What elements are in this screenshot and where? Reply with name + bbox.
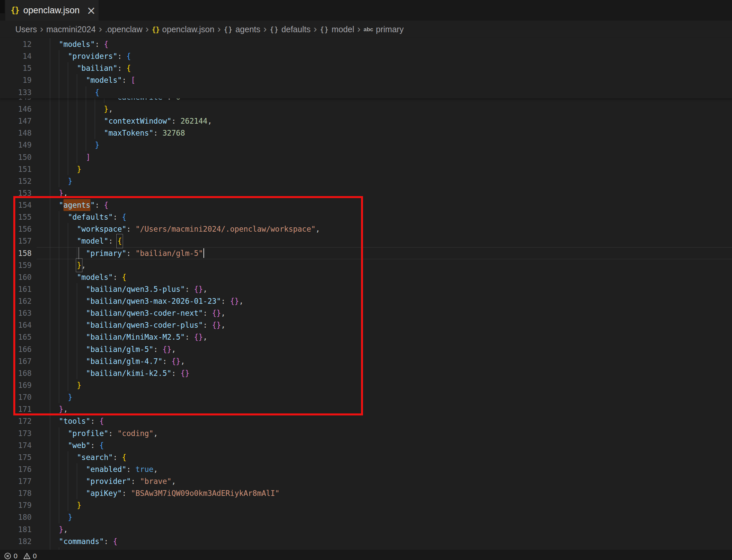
code-line-12[interactable]: 12"models": { <box>0 38 732 50</box>
code-line-151[interactable]: 151} <box>0 163 732 175</box>
code-line-177[interactable]: 177"provider": "brave", <box>0 475 732 487</box>
line-content: "maxTokens": 32768 <box>50 127 185 139</box>
code-line-163[interactable]: 163"bailian/qwen3-coder-next": {}, <box>0 307 732 319</box>
code-line-15[interactable]: 15"bailian": { <box>0 62 732 74</box>
line-content: } <box>50 391 72 403</box>
object-symbol-icon: {} <box>224 26 233 34</box>
code-line-153[interactable]: 153}, <box>0 187 732 199</box>
code-line-157[interactable]: 157"model": { <box>0 235 732 247</box>
json-file-icon: {} <box>11 6 19 15</box>
line-content: "enabled": true, <box>50 463 158 475</box>
line-number: 173 <box>0 427 32 439</box>
code-line-178[interactable]: 178"apiKey": "BSAw3M7iQW09o0km3AdERiykAr… <box>0 487 732 499</box>
breadcrumb-item-agents[interactable]: {}agents <box>224 25 260 34</box>
line-number: 147 <box>0 115 32 127</box>
code-line-14[interactable]: 14"providers": { <box>0 50 732 62</box>
code-line-168[interactable]: 168"bailian/kimi-k2.5": {} <box>0 367 732 379</box>
code-line-179[interactable]: 179} <box>0 499 732 511</box>
code-line-145[interactable]: 145"cacheWrite": 0 <box>0 98 732 103</box>
breadcrumb-separator-icon: › <box>96 23 105 35</box>
line-content: }, <box>50 259 86 271</box>
breadcrumb-separator-icon: › <box>214 23 224 35</box>
code-line-154[interactable]: 154"agents": { <box>0 199 732 211</box>
code-line-149[interactable]: 149} <box>0 139 732 151</box>
code-line-180[interactable]: 180} <box>0 511 732 523</box>
code-line-166[interactable]: 166"bailian/glm-5": {}, <box>0 343 732 355</box>
code-line-155[interactable]: 155"defaults": { <box>0 211 732 223</box>
breadcrumb-label: primary <box>376 25 404 34</box>
code-line-19[interactable]: 19"models": [ <box>0 74 732 86</box>
line-number: 150 <box>0 151 32 163</box>
tab-openclaw-json[interactable]: {} openclaw.json × <box>5 0 99 21</box>
code-line-174[interactable]: 174"web": { <box>0 439 732 451</box>
code-line-156[interactable]: 156"workspace": "/Users/macmini2024/.ope… <box>0 223 732 235</box>
breadcrumb-item-macmini2024[interactable]: macmini2024 <box>46 25 96 34</box>
code-line-165[interactable]: 165"bailian/MiniMax-M2.5": {}, <box>0 331 732 343</box>
breadcrumb-item-model[interactable]: {}model <box>320 25 354 34</box>
line-number: 175 <box>0 451 32 463</box>
code-line-167[interactable]: 167"bailian/glm-4.7": {}, <box>0 355 732 367</box>
line-content: "bailian/qwen3-max-2026-01-23": {}, <box>50 295 244 307</box>
breadcrumb-item-openclaw-json[interactable]: {}openclaw.json <box>152 25 214 34</box>
status-bar[interactable]: 0 0 <box>0 550 732 560</box>
code-line-152[interactable]: 152} <box>0 175 732 187</box>
line-number: 163 <box>0 307 32 319</box>
line-content: "agents": { <box>50 199 108 211</box>
breadcrumb-item-primary[interactable]: abcprimary <box>364 25 404 34</box>
line-content: "bailian/glm-4.7": {}, <box>50 355 185 367</box>
line-content: "commands": { <box>50 535 117 547</box>
code-line-176[interactable]: 176"enabled": true, <box>0 463 732 475</box>
abc-symbol-icon: abc <box>364 26 373 33</box>
breadcrumb-item--openclaw[interactable]: .openclaw <box>105 25 143 34</box>
line-content: "model": { <box>50 235 122 247</box>
code-line-172[interactable]: 172"tools": { <box>0 415 732 427</box>
code-line-161[interactable]: 161"bailian/qwen3.5-plus": {}, <box>0 283 732 295</box>
code-line-181[interactable]: 181}, <box>0 523 732 535</box>
code-editor[interactable]: 146},147"contextWindow": 262144,148"maxT… <box>0 38 732 560</box>
line-number: 162 <box>0 295 32 307</box>
line-number: 145 <box>0 98 32 103</box>
code-line-169[interactable]: 169} <box>0 379 732 391</box>
code-line-146[interactable]: 146}, <box>0 103 732 115</box>
line-content: }, <box>50 187 68 199</box>
breadcrumb-item-defaults[interactable]: {}defaults <box>270 25 310 34</box>
code-line-133[interactable]: 133{ <box>0 86 732 98</box>
breadcrumb-label: openclaw.json <box>162 25 214 34</box>
code-line-159[interactable]: 159}, <box>0 259 732 271</box>
line-content: } <box>50 163 81 175</box>
line-number: 148 <box>0 127 32 139</box>
code-line-160[interactable]: 160"models": { <box>0 271 732 283</box>
code-line-175[interactable]: 175"search": { <box>0 451 732 463</box>
code-line-170[interactable]: 170} <box>0 391 732 403</box>
code-line-148[interactable]: 148"maxTokens": 32768 <box>0 127 732 139</box>
code-line-150[interactable]: 150] <box>0 151 732 163</box>
line-content: }, <box>50 523 68 535</box>
line-number: 159 <box>0 259 32 271</box>
sticky-scroll[interactable]: 12"models": {14"providers": {15"bailian"… <box>0 38 732 98</box>
code-line-164[interactable]: 164"bailian/qwen3-coder-plus": {}, <box>0 319 732 331</box>
line-content: }, <box>50 403 68 415</box>
errors-icon <box>4 552 11 560</box>
breadcrumb-separator-icon: › <box>260 23 270 35</box>
code-line-158[interactable]: 158"primary": "bailian/glm-5" <box>0 247 732 259</box>
code-line-162[interactable]: 162"bailian/qwen3-max-2026-01-23": {}, <box>0 295 732 307</box>
code-line-182[interactable]: 182"commands": { <box>0 535 732 547</box>
line-number: 157 <box>0 235 32 247</box>
code-line-147[interactable]: 147"contextWindow": 262144, <box>0 115 732 127</box>
line-content: "search": { <box>50 451 126 463</box>
breadcrumb-item-users[interactable]: Users <box>15 25 37 34</box>
line-content: "bailian/qwen3.5-plus": {}, <box>50 283 207 295</box>
tab-close-icon[interactable]: × <box>87 5 96 16</box>
line-content: "bailian": { <box>50 62 131 74</box>
code-line-173[interactable]: 173"profile": "coding", <box>0 427 732 439</box>
code-line-171[interactable]: 171}, <box>0 403 732 415</box>
line-content: "bailian/kimi-k2.5": {} <box>50 367 189 379</box>
line-content: } <box>50 175 72 187</box>
breadcrumb: Users›macmini2024›.openclaw›{}openclaw.j… <box>15 21 732 38</box>
line-number: 158 <box>0 247 32 259</box>
line-number: 165 <box>0 331 32 343</box>
line-number: 133 <box>0 86 32 98</box>
line-content: ] <box>50 151 90 163</box>
line-number: 15 <box>0 62 32 74</box>
line-number: 179 <box>0 499 32 511</box>
